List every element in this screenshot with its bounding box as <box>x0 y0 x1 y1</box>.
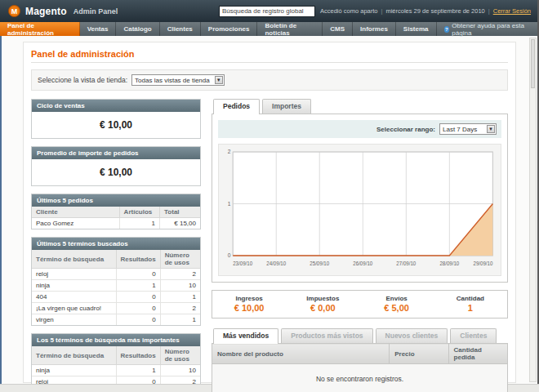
last-search-terms-box: Últimos 5 términos buscados Término de b… <box>31 237 201 326</box>
left-column: Ciclo de ventas € 10,00 Promedio de impo… <box>31 99 201 392</box>
nav-item-system[interactable]: Sistema <box>396 22 437 36</box>
lifetime-sales-value: € 10,00 <box>32 112 200 138</box>
tab-customers[interactable]: Clientes <box>450 328 497 343</box>
vertical-scrollbar[interactable] <box>529 38 537 382</box>
term: ¡La virgen que cuadro! <box>32 303 116 314</box>
page-title: Panel de administración <box>31 49 508 63</box>
uses: 10 <box>160 365 200 376</box>
col-header-results: Resultados <box>116 346 160 365</box>
store-view-bar: Seleccione la vista de tienda: Todas las… <box>31 69 508 91</box>
svg-text:23/09/10: 23/09/10 <box>233 261 252 266</box>
tab-most-viewed[interactable]: Productos más vistos <box>281 328 372 343</box>
current-date: miércoles 29 de septiembre de 2010 <box>385 7 484 15</box>
table-row[interactable]: ¡La virgen que cuadro! 0 2 <box>32 303 200 314</box>
global-search-input[interactable] <box>219 6 315 17</box>
total-quantity: Cantidad 1 <box>434 295 507 313</box>
nav-item-dashboard[interactable]: Panel de administración <box>0 22 80 36</box>
dropdown-arrow-icon <box>487 125 495 133</box>
top-header: Magento Admin Panel Accedió como aparto … <box>0 0 539 22</box>
brand-suffix: Admin Panel <box>74 7 118 16</box>
dropdown-arrow-icon <box>215 76 223 84</box>
table-row[interactable]: 404 0 1 <box>32 292 200 303</box>
nav-item-promotions[interactable]: Promociones <box>201 22 258 36</box>
store-view-label: Seleccione la vista de tienda: <box>38 76 127 84</box>
login-info: Accedió como aparto | miércoles 29 de se… <box>320 7 531 15</box>
chart-panel: Seleccionar rango: Last 7 Days 01223/09/… <box>212 114 508 283</box>
nav-item-sales[interactable]: Ventas <box>80 22 117 36</box>
svg-text:29/09/10: 29/09/10 <box>473 261 492 266</box>
last-orders-title: Últimos 5 pedidos <box>32 194 200 207</box>
average-orders-value: € 10,00 <box>32 159 200 185</box>
content-area: Panel de administración Seleccione la vi… <box>23 42 516 383</box>
range-label: Seleccionar rango: <box>376 126 435 133</box>
total-value: 1 <box>434 303 507 313</box>
table-row[interactable]: ninja 1 10 <box>32 280 200 292</box>
term: 404 <box>32 292 116 303</box>
nav-item-catalog[interactable]: Catálogo <box>116 22 159 36</box>
term: ninja <box>32 365 116 376</box>
bestsellers-table: Nombre del producto Precio Cantidad pedi… <box>212 343 508 392</box>
results: 0 <box>116 314 160 326</box>
right-column: Pedidos Importes Seleccionar rango: Last… <box>212 99 508 392</box>
empty-records-message: No se encontraron registros. <box>212 364 508 392</box>
tab-new-customers[interactable]: Nuevos clientes <box>376 328 448 343</box>
totals-bar: Ingresos € 10,00 Impuestos € 0,00 Envíos… <box>212 290 508 318</box>
uses: 10 <box>160 280 200 292</box>
orders-chart: 01223/09/1024/09/1025/09/1026/09/1027/09… <box>218 144 501 276</box>
lifetime-sales-title: Ciclo de ventas <box>32 100 200 112</box>
col-header-qty: Cantidad pedida <box>448 344 507 364</box>
svg-text:1: 1 <box>228 201 231 207</box>
col-header-term: Término de búsqueda <box>32 346 116 365</box>
col-header-product: Nombre del producto <box>212 344 390 364</box>
top-search-terms-title: Los 5 términos de búsqueda más important… <box>32 334 200 346</box>
nav-item-newsletter[interactable]: Boletín de noticias <box>257 22 323 36</box>
total-value: € 5,00 <box>360 303 434 313</box>
total-shipping: Envíos € 5,00 <box>360 295 434 313</box>
total-label: Impuestos <box>286 295 359 302</box>
range-select[interactable]: Last 7 Days <box>439 123 497 135</box>
brand-name: Magento <box>25 6 67 17</box>
table-row[interactable]: ninja 1 10 <box>32 365 200 376</box>
average-orders-box: Promedio de importe de pedidos € 10,00 <box>31 146 201 186</box>
results: 1 <box>116 280 160 292</box>
nav-item-reports[interactable]: Informes <box>353 22 396 36</box>
total-label: Envíos <box>360 295 434 302</box>
svg-text:2: 2 <box>228 149 231 154</box>
uses: 2 <box>160 303 200 314</box>
nav-item-customers[interactable]: Clientes <box>160 22 201 36</box>
col-header-price: Precio <box>390 344 448 364</box>
logged-in-as: Accedió como aparto <box>320 7 377 15</box>
table-row[interactable]: virgen 0 1 <box>32 314 200 326</box>
col-header-total: Total <box>160 207 200 218</box>
tab-bestsellers[interactable]: Más vendidos <box>213 328 278 344</box>
svg-text:0: 0 <box>228 252 231 258</box>
tab-orders[interactable]: Pedidos <box>213 99 260 114</box>
col-header-uses: Número de usos <box>160 250 200 269</box>
window-left-edge <box>0 36 2 384</box>
term: virgen <box>32 314 116 326</box>
help-link[interactable]: Obtener ayuda para esta página <box>437 22 539 36</box>
total-label: Ingresos <box>212 295 286 302</box>
separator: | <box>381 7 382 15</box>
separator: | <box>488 7 490 15</box>
total-tax: Impuestos € 0,00 <box>286 295 359 313</box>
store-view-select[interactable]: Todas las vistas de tienda <box>131 74 225 86</box>
total-revenue: Ingresos € 10,00 <box>212 295 286 313</box>
table-row[interactable]: Paco Gomez 1 € 15,00 <box>32 218 200 229</box>
uses: 1 <box>160 292 200 303</box>
tab-amounts[interactable]: Importes <box>262 99 311 114</box>
results: 1 <box>116 365 160 376</box>
total-label: Cantidad <box>434 295 507 302</box>
range-bar: Seleccionar rango: Last 7 Days <box>218 120 501 138</box>
nav-item-cms[interactable]: CMS <box>323 22 353 36</box>
range-value: Last 7 Days <box>443 126 477 133</box>
order-total: € 15,00 <box>160 218 200 229</box>
average-orders-title: Promedio de importe de pedidos <box>32 147 200 159</box>
table-row[interactable]: reloj 0 2 <box>32 269 200 280</box>
last-orders-box: Últimos 5 pedidos Cliente Artículos Tota… <box>31 194 201 229</box>
results: 0 <box>116 303 160 314</box>
term: ninja <box>32 280 116 292</box>
scrollbar-thumb[interactable] <box>531 39 535 88</box>
logout-link[interactable]: Cerrar Sesión <box>493 7 531 15</box>
svg-text:26/09/10: 26/09/10 <box>353 261 372 266</box>
